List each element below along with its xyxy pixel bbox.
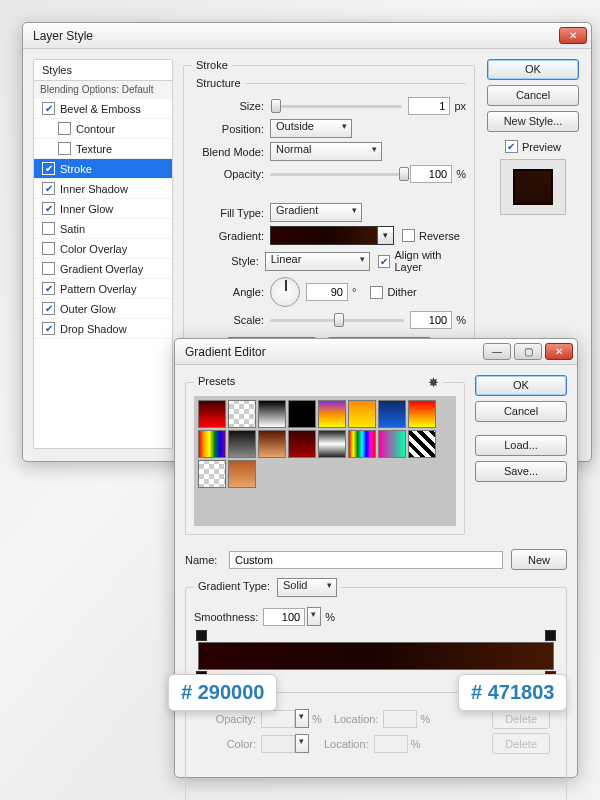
close-icon[interactable]: ✕ (559, 27, 587, 44)
smoothness-input[interactable] (263, 608, 305, 626)
styles-panel: Styles Blending Options: Default ✔Bevel … (33, 59, 173, 449)
preset-swatch[interactable] (378, 430, 406, 458)
gear-icon[interactable]: ✸ (428, 375, 439, 390)
size-input[interactable] (408, 97, 450, 115)
preset-swatch[interactable] (348, 400, 376, 428)
style-item-outer-glow[interactable]: ✔Outer Glow (34, 299, 172, 319)
preset-swatch[interactable] (318, 430, 346, 458)
style-item-inner-shadow[interactable]: ✔Inner Shadow (34, 179, 172, 199)
checkbox-icon[interactable] (58, 142, 71, 155)
preset-swatch[interactable] (258, 430, 286, 458)
preset-swatch[interactable] (198, 400, 226, 428)
style-item-satin[interactable]: Satin (34, 219, 172, 239)
opacity-stop-left[interactable] (196, 630, 207, 641)
preview-checkbox[interactable]: ✔Preview (505, 140, 561, 153)
smoothness-stepper[interactable] (307, 607, 321, 626)
preset-swatch[interactable] (288, 430, 316, 458)
style-label: Style: (192, 255, 259, 267)
stop-location2-label: Location: (324, 738, 369, 750)
dither-checkbox[interactable]: Dither (370, 286, 416, 299)
preset-swatch[interactable] (288, 400, 316, 428)
ge-load-button[interactable]: Load... (475, 435, 567, 456)
align-checkbox[interactable]: ✔Align with Layer (378, 249, 466, 273)
stop-location2-input (374, 735, 408, 753)
opacity-slider[interactable] (270, 165, 404, 183)
blendmode-dropdown[interactable]: Normal (270, 142, 382, 161)
checkbox-icon[interactable]: ✔ (42, 302, 55, 315)
name-input[interactable] (229, 551, 503, 569)
blending-options-default[interactable]: Blending Options: Default (34, 81, 172, 99)
style-item-color-overlay[interactable]: Color Overlay (34, 239, 172, 259)
hex-callout-left: # 290000 (168, 674, 277, 711)
ge-cancel-button[interactable]: Cancel (475, 401, 567, 422)
style-item-drop-shadow[interactable]: ✔Drop Shadow (34, 319, 172, 339)
checkbox-icon[interactable] (42, 242, 55, 255)
preset-swatch[interactable] (228, 460, 256, 488)
style-item-inner-glow[interactable]: ✔Inner Glow (34, 199, 172, 219)
checkbox-icon[interactable] (42, 262, 55, 275)
preset-swatch[interactable] (228, 400, 256, 428)
checkbox-icon[interactable] (58, 122, 71, 135)
checkbox-icon[interactable]: ✔ (42, 102, 55, 115)
stop-opacity-stepper (295, 709, 309, 728)
filltype-dropdown[interactable]: Gradient (270, 203, 362, 222)
style-item-gradient-overlay[interactable]: Gradient Overlay (34, 259, 172, 279)
preset-swatch[interactable] (408, 430, 436, 458)
ge-save-button[interactable]: Save... (475, 461, 567, 482)
new-style-button[interactable]: New Style... (487, 111, 579, 132)
close-icon[interactable]: ✕ (545, 343, 573, 360)
preset-swatch[interactable] (318, 400, 346, 428)
size-label: Size: (192, 100, 264, 112)
style-item-texture[interactable]: Texture (34, 139, 172, 159)
opacity-input[interactable] (410, 165, 452, 183)
maximize-icon[interactable]: ▢ (514, 343, 542, 360)
checkbox-icon[interactable]: ✔ (42, 182, 55, 195)
preset-swatch[interactable] (228, 430, 256, 458)
position-dropdown[interactable]: Outside (270, 119, 352, 138)
position-label: Position: (192, 123, 264, 135)
gradtype-dropdown[interactable]: Solid (277, 578, 337, 597)
cancel-button[interactable]: Cancel (487, 85, 579, 106)
style-item-stroke[interactable]: ✔Stroke (34, 159, 172, 179)
style-item-bevel-emboss[interactable]: ✔Bevel & Emboss (34, 99, 172, 119)
preset-swatch[interactable] (198, 430, 226, 458)
scale-input[interactable] (410, 311, 452, 329)
checkbox-icon[interactable]: ✔ (42, 322, 55, 335)
gradient-swatch-dropdown[interactable]: ▾ (270, 226, 394, 245)
stroke-legend: Stroke (192, 59, 232, 71)
reverse-checkbox[interactable]: Reverse (402, 229, 460, 242)
layer-style-title: Layer Style (33, 29, 93, 43)
style-item-label: Drop Shadow (60, 323, 127, 335)
preset-swatch[interactable] (378, 400, 406, 428)
angle-input[interactable] (306, 283, 348, 301)
preset-swatch[interactable] (408, 400, 436, 428)
filltype-label: Fill Type: (192, 207, 264, 219)
checkbox-icon[interactable] (42, 222, 55, 235)
layer-style-titlebar[interactable]: Layer Style ✕ (23, 23, 591, 49)
stroke-fieldset: Stroke Structure Size: px Position: Outs… (183, 59, 475, 371)
checkbox-icon[interactable]: ✔ (42, 282, 55, 295)
gradient-editor-titlebar[interactable]: Gradient Editor — ▢ ✕ (175, 339, 577, 365)
minimize-icon[interactable]: — (483, 343, 511, 360)
style-item-label: Contour (76, 123, 115, 135)
angle-dial[interactable] (270, 277, 300, 307)
style-dropdown[interactable]: Linear (265, 252, 371, 271)
ok-button[interactable]: OK (487, 59, 579, 80)
opacity-stop-right[interactable] (545, 630, 556, 641)
new-button[interactable]: New (511, 549, 567, 570)
size-slider[interactable] (270, 97, 402, 115)
stop-color-swatch (261, 735, 295, 753)
scale-slider[interactable] (270, 311, 404, 329)
opacity-unit: % (456, 168, 466, 180)
preset-swatch[interactable] (258, 400, 286, 428)
gradient-bar[interactable] (198, 642, 554, 670)
gradient-editor-title: Gradient Editor (185, 345, 266, 359)
preset-swatch[interactable] (198, 460, 226, 488)
preset-swatch[interactable] (348, 430, 376, 458)
checkbox-icon[interactable]: ✔ (42, 202, 55, 215)
style-item-label: Inner Shadow (60, 183, 128, 195)
style-item-contour[interactable]: Contour (34, 119, 172, 139)
checkbox-icon[interactable]: ✔ (42, 162, 55, 175)
style-item-pattern-overlay[interactable]: ✔Pattern Overlay (34, 279, 172, 299)
ge-ok-button[interactable]: OK (475, 375, 567, 396)
